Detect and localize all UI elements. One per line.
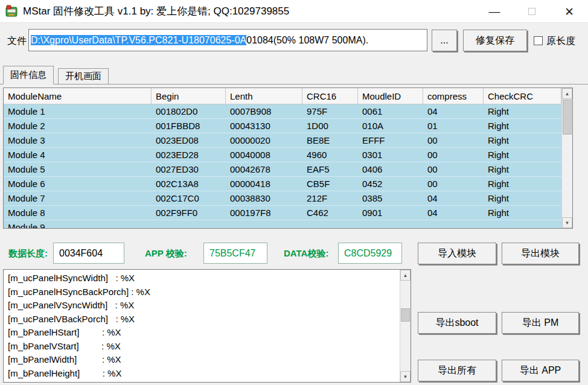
log-line: [m_bPanelWidth] : %X bbox=[8, 353, 400, 367]
log-line: [m_ucPanelHSyncBackPorch] : %X bbox=[8, 285, 400, 299]
tab-firmware-info[interactable]: 固件信息 bbox=[3, 66, 54, 84]
table-row[interactable]: Module 6002C13A800000418CB5F045200Right bbox=[4, 177, 561, 191]
file-path-rest-text: 01084(50% 108W7 500MA). bbox=[246, 35, 368, 45]
original-length-checkbox[interactable] bbox=[534, 36, 543, 45]
table-cell bbox=[423, 220, 484, 228]
repair-save-button[interactable]: 修复保存 bbox=[463, 30, 527, 51]
window-title: MStar 固件修改工具 v1.1 by: 爱上你是错; QQ:10297398… bbox=[23, 4, 289, 18]
titlebar: MStar 固件修改工具 v1.1 by: 爱上你是错; QQ:10297398… bbox=[0, 0, 588, 23]
table-cell: Module 3 bbox=[4, 133, 152, 147]
table-cell: Module 9 bbox=[4, 220, 152, 228]
table-cell: 00000418 bbox=[226, 177, 302, 191]
scroll-up-icon[interactable]: ▲ bbox=[400, 270, 411, 281]
file-path-selected-text: D:\Xgpro\UserData\TP.V56.PC821-U18070625… bbox=[31, 35, 246, 45]
table-row[interactable]: Module 8002F9FF0000197F8C462090104Right bbox=[4, 206, 561, 220]
log-line: [m_bPanelHeight] : %X bbox=[8, 367, 400, 381]
column-header-begin[interactable]: Begin bbox=[152, 88, 226, 104]
data-checksum-value[interactable]: C8CD5929 bbox=[338, 243, 402, 264]
table-cell: 002C17C0 bbox=[152, 191, 226, 205]
import-module-button[interactable]: 导入模块 bbox=[418, 243, 496, 264]
table-cell: CB5F bbox=[302, 177, 358, 191]
column-header-crc16[interactable]: CRC16 bbox=[302, 88, 358, 104]
log-frame[interactable]: [m_ucPanelHSyncWidth] : %X[m_ucPanelHSyn… bbox=[3, 269, 411, 383]
table-cell: 1D00 bbox=[302, 119, 358, 133]
scroll-down-icon[interactable]: ▼ bbox=[562, 217, 572, 228]
table-cell: 0901 bbox=[358, 206, 423, 220]
data-length-label: 数据长度: bbox=[8, 248, 48, 259]
table-cell: 002F9FF0 bbox=[152, 206, 226, 220]
table-cell: 002C13A8 bbox=[152, 177, 226, 191]
browse-button[interactable]: ... bbox=[432, 30, 457, 51]
table-cell: C462 bbox=[302, 206, 358, 220]
table-cell: Right bbox=[484, 191, 561, 205]
tab-boot-screen[interactable]: 开机画面 bbox=[58, 68, 109, 84]
window-controls: — ✕ bbox=[476, 0, 588, 23]
table-cell: Right bbox=[484, 177, 561, 191]
scroll-up-icon[interactable]: ▲ bbox=[562, 88, 572, 99]
log-line: [m_ucPanelHSyncWidth] : %X bbox=[8, 272, 400, 285]
export-pm-button[interactable]: 导出 PM bbox=[502, 312, 579, 334]
table-cell: EAF5 bbox=[302, 162, 358, 176]
original-length-label: 原长度 bbox=[546, 35, 575, 48]
log-line: [m_ucPanelVSyncWidth] : %X bbox=[8, 299, 400, 313]
tabstrip: 固件信息 开机画面 bbox=[0, 66, 588, 84]
close-button[interactable]: ✕ bbox=[551, 0, 588, 23]
column-header-lenth[interactable]: Lenth bbox=[226, 88, 302, 104]
table-cell: 4960 bbox=[302, 148, 358, 162]
table-cell: Right bbox=[484, 133, 561, 147]
table-cell bbox=[302, 220, 358, 228]
column-header-compress[interactable]: compress bbox=[423, 88, 484, 104]
table-cell: 00043130 bbox=[226, 119, 302, 133]
table-row[interactable]: Module 9 bbox=[4, 220, 561, 228]
log-area: [m_ucPanelHSyncWidth] : %X[m_ucPanelHSyn… bbox=[4, 270, 400, 382]
export-sboot-button[interactable]: 导出sboot bbox=[418, 312, 496, 334]
table-cell: 010A bbox=[358, 119, 423, 133]
app-checksum-value[interactable]: 75B5CF47 bbox=[203, 243, 267, 264]
table-cell: 0007B908 bbox=[226, 104, 302, 118]
table-cell: Right bbox=[484, 119, 561, 133]
table-scrollbar[interactable]: ▲ ▼ bbox=[561, 88, 572, 228]
log-line: [m_bPanelVStart] : %X bbox=[8, 340, 400, 354]
table-cell: 001802D0 bbox=[152, 104, 226, 118]
table-cell: 975F bbox=[302, 104, 358, 118]
table-cell: 0023ED28 bbox=[152, 148, 226, 162]
table-cell: EFFF bbox=[358, 133, 423, 147]
table-cell: 00040008 bbox=[226, 148, 302, 162]
table-cell: 000197F8 bbox=[226, 206, 302, 220]
scroll-down-icon[interactable]: ▼ bbox=[400, 371, 411, 382]
table-cell: Module 8 bbox=[4, 206, 152, 220]
table-row[interactable]: Module 50027ED3000042678EAF5040600Right bbox=[4, 162, 561, 177]
table-cell: 00 bbox=[423, 148, 484, 162]
maximize-button[interactable] bbox=[513, 0, 551, 23]
table-row[interactable]: Module 1001802D00007B908975F006104Right bbox=[4, 104, 561, 119]
table-row[interactable]: Module 7002C17C000038830212F038504Right bbox=[4, 191, 561, 206]
table-cell: 00038830 bbox=[226, 191, 302, 205]
log-scrollbar[interactable]: ▲ ▼ bbox=[400, 270, 411, 382]
export-app-button[interactable]: 导出 APP bbox=[502, 360, 579, 381]
table-cell: 00 bbox=[423, 133, 484, 147]
table-row[interactable]: Module 40023ED28000400084960030100Right bbox=[4, 148, 561, 162]
table-cell: Right bbox=[484, 206, 561, 220]
table-cell: 0385 bbox=[358, 191, 423, 205]
table-cell: Right bbox=[484, 104, 561, 118]
export-all-button[interactable]: 导出所有 bbox=[418, 360, 496, 381]
minimize-button[interactable]: — bbox=[476, 0, 513, 23]
table-cell: Right bbox=[484, 148, 561, 162]
module-table-body: Module 1001802D00007B908975F006104RightM… bbox=[4, 104, 561, 228]
table-cell: 01 bbox=[423, 119, 484, 133]
column-header-moudleid[interactable]: MoudleID bbox=[358, 88, 423, 104]
column-header-modulename[interactable]: ModuleName bbox=[4, 88, 152, 104]
data-length-value[interactable]: 0034F604 bbox=[53, 243, 124, 264]
table-row[interactable]: Module 30023ED0800000020BE8EEFFF00Right bbox=[4, 133, 561, 148]
table-cell: 0301 bbox=[358, 148, 423, 162]
table-scrollbar-thumb[interactable] bbox=[563, 100, 572, 135]
file-path-input[interactable]: D:\Xgpro\UserData\TP.V56.PC821-U18070625… bbox=[28, 29, 427, 51]
table-cell: 00042678 bbox=[226, 162, 302, 176]
export-module-button[interactable]: 导出模块 bbox=[502, 243, 579, 264]
table-cell: Module 2 bbox=[4, 119, 152, 133]
log-scrollbar-thumb[interactable] bbox=[401, 308, 410, 322]
column-header-checkcrc[interactable]: CheckCRC bbox=[484, 88, 561, 104]
table-cell bbox=[358, 220, 423, 228]
table-cell bbox=[484, 220, 561, 228]
table-row[interactable]: Module 2001FBBD8000431301D00010A01Right bbox=[4, 119, 561, 133]
